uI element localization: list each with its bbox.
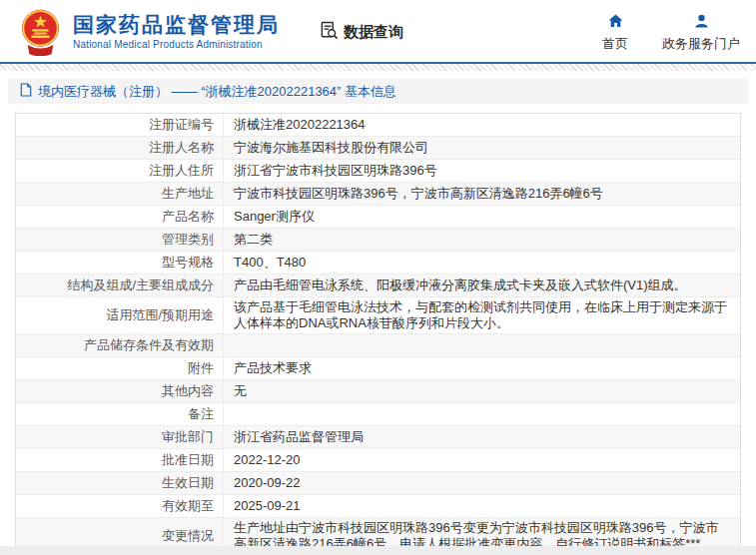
data-query-label: 数据查询	[344, 23, 403, 42]
table-row: 产品储存条件及有效期	[16, 334, 740, 357]
table-row: 其他内容 无	[16, 380, 740, 403]
row-label: 注册证编号	[149, 116, 214, 134]
row-value: 2020-09-22	[234, 475, 301, 490]
row-value: 该产品基于毛细管电泳法技术，与配套的检测试剂共同使用，在临床上用于测定来源于人体…	[234, 299, 727, 330]
table-row: 注册证编号 浙械注准20202221364	[16, 114, 740, 137]
data-query-tab[interactable]: 数据查询	[320, 21, 403, 44]
breadcrumb: 境内医疗器械（注册） —— “浙械注准20202221364” 基本信息	[8, 79, 748, 104]
user-icon	[694, 14, 709, 32]
row-label: 生效日期	[162, 474, 214, 492]
table-row: 注册人住所 浙江省宁波市科技园区明珠路396号	[16, 160, 740, 183]
page-title: 境内医疗器械（注册） —— “浙械注准20202221364” 基本信息	[38, 83, 396, 101]
row-value: 2022-12-20	[234, 452, 301, 467]
hatch-band-decoration	[0, 64, 756, 71]
table-row: 产品名称 Sanger测序仪	[16, 206, 740, 229]
home-icon	[608, 14, 623, 32]
table-row: 备注	[16, 403, 740, 426]
table-row: 附件 产品技术要求	[16, 357, 740, 380]
row-value: 宁波市科技园区明珠路396号，宁波市高新区清逸路216弄6幢6号	[234, 186, 603, 201]
footer-strip	[0, 546, 756, 555]
row-label: 注册人住所	[149, 162, 214, 180]
table-row: 批准日期 2022-12-20	[16, 449, 740, 472]
table-row: 有效期至 2025-09-21	[16, 495, 740, 518]
nav-item-gov-portal[interactable]: 政务服务门户	[662, 14, 740, 53]
row-label: 批准日期	[162, 451, 214, 469]
row-value: 浙械注准20202221364	[234, 117, 366, 132]
document-search-icon	[320, 21, 339, 44]
row-label: 其他内容	[162, 382, 214, 400]
org-name-en: National Medical Products Administration	[73, 39, 280, 50]
nav-item-label: 政务服务门户	[662, 35, 740, 53]
table-row: 适用范围/预期用途 该产品基于毛细管电泳法技术，与配套的检测试剂共同使用，在临床…	[16, 297, 740, 334]
table-row: 管理类别 第二类	[16, 229, 740, 252]
row-label: 管理类别	[162, 231, 214, 249]
row-value: 宁波海尔施基因科技股份有限公司	[234, 140, 428, 155]
row-value: Sanger测序仪	[234, 209, 315, 224]
row-label: 备注	[188, 405, 214, 423]
row-label: 变更情况	[162, 527, 214, 545]
row-value: 浙江省药品监督管理局	[234, 429, 364, 444]
row-label: 审批部门	[162, 428, 214, 446]
org-name-cn: 国家药品监督管理局	[73, 13, 280, 37]
info-table: 注册证编号 浙械注准20202221364 注册人名称 宁波海尔施基因科技股份有…	[15, 113, 741, 555]
row-value: 产品由毛细管电泳系统、阳极缓冲液分离胶集成式卡夹及嵌入式软件(V1)组成。	[234, 278, 687, 292]
table-row: 生产地址 宁波市科技园区明珠路396号，宁波市高新区清逸路216弄6幢6号	[16, 183, 740, 206]
header: 国家药品监督管理局 National Medical Products Admi…	[0, 0, 756, 62]
row-label: 注册人名称	[149, 139, 214, 157]
row-label: 型号规格	[162, 254, 214, 272]
table-row: 结构及组成/主要组成成分 产品由毛细管电泳系统、阳极缓冲液分离胶集成式卡夹及嵌入…	[16, 275, 740, 297]
row-value: 产品技术要求	[234, 360, 312, 375]
row-label: 产品储存条件及有效期	[84, 336, 214, 354]
table-row: 注册人名称 宁波海尔施基因科技股份有限公司	[16, 137, 740, 160]
row-label: 有效期至	[162, 497, 214, 515]
row-value: T400、T480	[234, 255, 306, 270]
row-value: 2025-09-21	[234, 498, 301, 513]
document-icon	[20, 83, 32, 101]
row-value: 浙江省宁波市科技园区明珠路396号	[234, 163, 437, 178]
table-row: 审批部门 浙江省药品监督管理局	[16, 426, 740, 449]
row-value: 无	[234, 383, 247, 398]
row-label: 产品名称	[162, 208, 214, 226]
row-label: 附件	[188, 359, 214, 377]
nav-item-home[interactable]: 首页	[602, 14, 628, 53]
row-value: 第二类	[234, 232, 273, 247]
org-titles: 国家药品监督管理局 National Medical Products Admi…	[73, 13, 280, 50]
row-label: 适用范围/预期用途	[106, 306, 214, 324]
row-label: 结构及组成/主要组成成分	[67, 277, 214, 294]
row-label: 生产地址	[162, 185, 214, 203]
table-row: 生效日期 2020-09-22	[16, 472, 740, 495]
nav-item-label: 首页	[602, 35, 628, 53]
table-row: 型号规格 T400、T480	[16, 252, 740, 275]
national-emblem-logo[interactable]	[18, 8, 63, 56]
